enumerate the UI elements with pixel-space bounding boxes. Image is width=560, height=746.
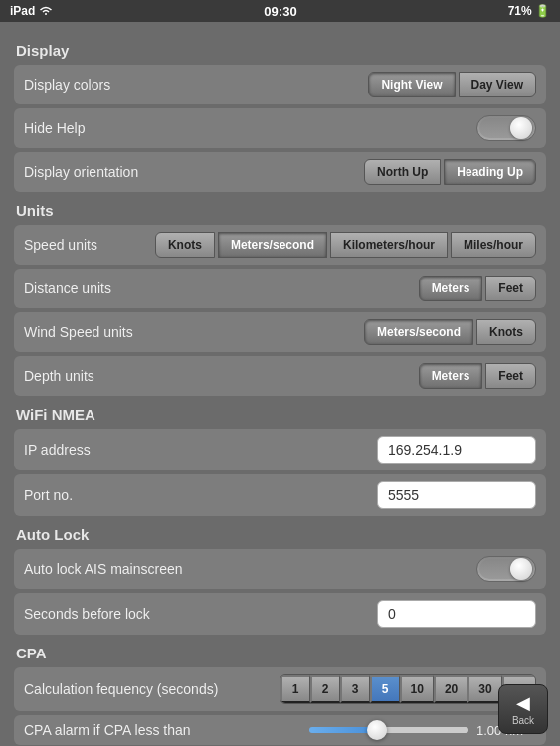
- heading-up-button[interactable]: Heading Up: [444, 159, 536, 185]
- miles-per-hour-button[interactable]: Miles/hour: [451, 232, 536, 258]
- speed-units-row: Speed units Knots Meters/second Kilomete…: [14, 225, 546, 265]
- kilometers-per-hour-button[interactable]: Kilometers/hour: [330, 232, 448, 258]
- cpa-frequency-row: Calculation fequency (seconds) 1 2 3 5 1…: [14, 667, 546, 711]
- wind-speed-units-row: Wind Speed units Meters/second Knots: [14, 312, 546, 352]
- display-colors-row: Display colors Night View Day View: [14, 65, 546, 104]
- cpa-alarm-slider-track[interactable]: [309, 727, 468, 733]
- cpa-frequency-label: Calculation fequency (seconds): [24, 681, 218, 697]
- knots-button[interactable]: Knots: [155, 232, 215, 258]
- distance-units-segmented: Meters Feet: [419, 276, 536, 301]
- autolock-toggle-knob: [510, 558, 532, 580]
- units-section-header: Units: [14, 202, 546, 219]
- autolock-mainscreen-row: Auto lock AIS mainscreen: [14, 549, 546, 589]
- freq-3-button[interactable]: 3: [340, 675, 370, 703]
- north-up-button[interactable]: North Up: [364, 159, 441, 185]
- freq-20-button[interactable]: 20: [434, 675, 467, 703]
- display-colors-label: Display colors: [24, 77, 110, 93]
- ip-address-row: IP address: [14, 429, 546, 470]
- toggle-knob: [510, 117, 532, 139]
- meters-per-second-button[interactable]: Meters/second: [218, 232, 327, 258]
- display-section-header: Display: [14, 42, 546, 59]
- autolock-mainscreen-label: Auto lock AIS mainscreen: [24, 561, 183, 577]
- hide-help-row: Hide Help: [14, 108, 546, 148]
- freq-30-button[interactable]: 30: [467, 675, 501, 703]
- display-orientation-row: Display orientation North Up Heading Up: [14, 152, 546, 192]
- back-button[interactable]: ◀ Back: [498, 684, 548, 734]
- hide-help-label: Hide Help: [24, 120, 85, 136]
- ipad-label: iPad: [10, 4, 35, 18]
- wind-speed-segmented: Meters/second Knots: [364, 319, 536, 345]
- depth-meters-button[interactable]: Meters: [419, 363, 483, 389]
- ip-address-label: IP address: [24, 442, 91, 458]
- freq-1-button[interactable]: 1: [280, 675, 310, 703]
- wind-speed-units-label: Wind Speed units: [24, 324, 133, 340]
- display-orientation-label: Display orientation: [24, 164, 138, 180]
- autolock-section-header: Auto Lock: [14, 526, 546, 543]
- cpa-section-header: CPA: [14, 645, 546, 661]
- port-number-row: Port no.: [14, 474, 546, 516]
- freq-10-button[interactable]: 10: [400, 675, 434, 703]
- battery-display: 71% 🔋: [508, 4, 550, 18]
- cpa-alarm-row: CPA alarm if CPA less than 1.00 nm: [14, 715, 546, 745]
- seconds-before-lock-input[interactable]: [377, 600, 536, 628]
- depth-units-label: Depth units: [24, 368, 94, 384]
- distance-meters-button[interactable]: Meters: [419, 276, 483, 301]
- autolock-toggle[interactable]: [476, 556, 536, 582]
- cpa-alarm-label: CPA alarm if CPA less than: [24, 722, 191, 738]
- wind-meters-per-second-button[interactable]: Meters/second: [364, 319, 473, 345]
- speed-units-label: Speed units: [24, 237, 97, 253]
- depth-units-segmented: Meters Feet: [419, 363, 536, 389]
- depth-feet-button[interactable]: Feet: [485, 363, 536, 389]
- seconds-before-lock-label: Seconds before lock: [24, 606, 150, 622]
- day-view-button[interactable]: Day View: [459, 72, 536, 97]
- orientation-segmented: North Up Heading Up: [364, 159, 536, 185]
- freq-5-button[interactable]: 5: [370, 675, 400, 703]
- ip-address-input[interactable]: [377, 436, 536, 464]
- wind-knots-button[interactable]: Knots: [476, 319, 536, 345]
- distance-units-label: Distance units: [24, 280, 111, 296]
- hide-help-toggle[interactable]: [476, 115, 536, 141]
- freq-2-button[interactable]: 2: [310, 675, 340, 703]
- wifi-icon: [39, 6, 53, 16]
- wifi-section-header: WiFi NMEA: [14, 406, 546, 423]
- back-arrow-icon: ◀: [516, 692, 530, 714]
- speed-units-segmented: Knots Meters/second Kilometers/hour Mile…: [155, 232, 536, 258]
- time-display: 09:30: [264, 4, 296, 19]
- seconds-before-lock-row: Seconds before lock: [14, 593, 546, 635]
- night-view-button[interactable]: Night View: [368, 72, 455, 97]
- port-number-label: Port no.: [24, 487, 73, 503]
- depth-units-row: Depth units Meters Feet: [14, 356, 546, 396]
- display-colors-segmented: Night View Day View: [368, 72, 536, 97]
- back-button-label: Back: [512, 715, 534, 726]
- distance-feet-button[interactable]: Feet: [485, 276, 536, 301]
- port-number-input[interactable]: [377, 481, 536, 509]
- status-bar: iPad 09:30 71% 🔋: [0, 0, 560, 22]
- cpa-alarm-slider-thumb[interactable]: [367, 720, 387, 740]
- distance-units-row: Distance units Meters Feet: [14, 269, 546, 308]
